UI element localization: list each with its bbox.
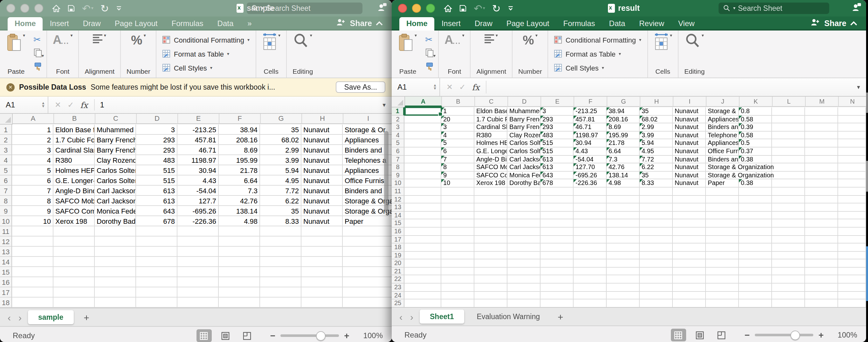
page-break-view-icon[interactable] [714,329,730,341]
cell-K13[interactable] [739,204,772,211]
format-painter-icon[interactable] [425,62,436,74]
cell-K16[interactable] [739,227,772,236]
cell-B13[interactable] [441,204,474,211]
cell-F4[interactable]: 1198.97 [574,132,607,139]
cell-D16[interactable] [136,277,178,287]
cell-I4[interactable]: Nunavut [673,132,706,139]
cell-H5[interactable]: 5.94 [640,139,673,148]
cell-M17[interactable] [805,236,838,244]
row-header-5[interactable]: 5 [0,165,12,176]
cell-F14[interactable] [574,211,607,219]
name-box-stepper[interactable]: ▲▼ [433,84,437,90]
name-box-stepper[interactable]: ▲▼ [41,102,45,108]
cell-H11[interactable] [302,226,343,237]
row-header-18[interactable]: 18 [0,298,12,308]
row-header-14[interactable]: 14 [392,211,404,219]
ribbon-tab-home[interactable]: Home [8,17,43,31]
cell-H22[interactable] [640,276,673,283]
cell-A10[interactable]: 10 [12,216,54,226]
cell-C13[interactable] [95,247,136,257]
cell-J17[interactable] [706,236,739,244]
cell-B18[interactable] [54,298,95,308]
cell-J15[interactable] [706,220,739,227]
cell-F10[interactable]: -226.36 [574,180,607,188]
zoom-slider[interactable] [755,334,813,336]
row-header-13[interactable]: 13 [392,204,404,211]
cell-E9[interactable]: -695.26 [178,206,219,216]
cell-D20[interactable] [507,260,540,268]
cell-G24[interactable] [607,291,640,300]
cell-E3[interactable]: 46.71 [178,145,219,155]
row-header-11[interactable]: 11 [392,188,404,195]
cell-I10[interactable]: Nunavut [673,180,706,188]
cell-G19[interactable] [607,251,640,259]
cell-K17[interactable] [739,236,772,244]
cell-F24[interactable] [574,291,607,300]
cell-D8[interactable]: 613 [136,196,178,206]
cell-A16[interactable] [12,277,54,287]
column-header-D[interactable]: D [137,114,178,124]
cell-D7[interactable]: Carl Jackso [507,155,540,163]
cell-C24[interactable] [474,291,507,300]
cell-L21[interactable] [772,268,805,276]
cell-C14[interactable] [474,211,507,219]
cell-L8[interactable] [772,163,805,171]
column-header-M[interactable]: M [806,97,839,107]
cell-K14[interactable] [739,211,772,219]
cell-C21[interactable] [474,268,507,276]
collapse-ribbon-icon[interactable] [850,19,857,28]
cell-C13[interactable] [474,204,507,211]
cell-A1[interactable]: 1 [12,125,54,135]
cell-J20[interactable] [706,260,739,268]
cell-A13[interactable] [404,204,441,211]
row-header-9[interactable]: 9 [392,172,404,180]
row-header-17[interactable]: 17 [392,236,404,244]
cell-A17[interactable] [404,236,441,244]
column-header-G[interactable]: G [607,97,640,107]
number-icon[interactable]: %▾ [523,33,538,48]
titlebar[interactable]: ↶▾ ↻ result ▾ Search Sheet [392,0,866,17]
cell-A11[interactable] [12,226,54,237]
cell-J23[interactable] [706,283,739,291]
cell-F3[interactable]: 46.71 [574,123,607,131]
cell-M20[interactable] [805,260,838,268]
column-header-L[interactable]: L [773,97,806,107]
cell-F15[interactable] [219,267,260,277]
cell-A23[interactable] [404,283,441,291]
add-sheet-button[interactable]: + [76,312,97,322]
cell-L24[interactable] [772,291,805,300]
alignment-icon[interactable]: ▾ [485,33,498,44]
alignment-icon[interactable]: ▾ [93,33,106,44]
cell-B6[interactable]: G.E. Longer-L [54,176,95,186]
cell-G15[interactable] [260,267,302,277]
cell-E9[interactable]: 643 [540,172,574,180]
cell-H16[interactable] [640,227,673,236]
cell-B11[interactable] [54,226,95,237]
ribbon-tab-insert[interactable]: Insert [43,17,76,31]
cell-B8[interactable]: SAFCO Mobi [54,196,95,206]
cell-M25[interactable] [805,300,838,307]
cell-A9[interactable] [404,172,441,180]
cell-C6[interactable]: G.E. Longe [474,148,507,155]
cell-N8[interactable] [838,163,866,171]
cell-N25[interactable] [838,300,866,307]
column-header-B[interactable]: B [54,114,95,124]
cell-N19[interactable] [838,251,866,259]
cell-N11[interactable] [838,188,866,195]
cell-H7[interactable]: 7.72 [640,155,673,163]
cell-D5[interactable]: 515 [136,165,178,176]
cell-H10[interactable]: 8.33 [640,180,673,188]
cell-C2[interactable]: Barry French [95,135,136,145]
row-header-6[interactable]: 6 [0,176,12,186]
cell-C10[interactable]: Xerox 198 [474,180,507,188]
editing-icon[interactable]: ▾ [685,33,704,50]
cell-G21[interactable] [607,268,640,276]
cell-G2[interactable]: 68.02 [260,135,302,145]
cell-N21[interactable] [838,268,866,276]
ribbon-tab-insert[interactable]: Insert [435,17,468,31]
cell-E17[interactable] [540,236,574,244]
cell-F25[interactable] [574,300,607,307]
toolbar-options-icon[interactable] [508,5,514,11]
conditional-formatting-button[interactable]: Conditional Formatting ▾ [162,33,250,47]
expand-formula-bar-icon[interactable]: ▼ [856,84,861,90]
